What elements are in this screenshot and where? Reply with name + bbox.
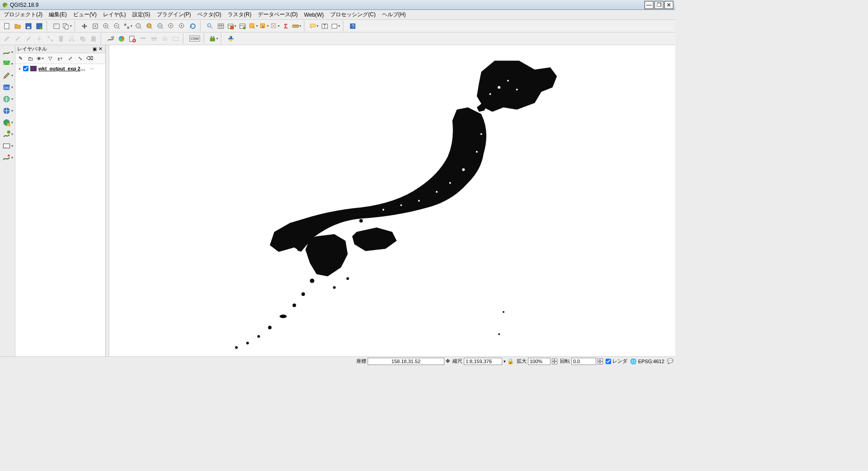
zoom-in-button[interactable] xyxy=(101,21,111,31)
magnify-spinner[interactable]: ▴▾ xyxy=(552,358,557,365)
menu-settings[interactable]: 設定(S) xyxy=(130,10,153,19)
messages-icon[interactable]: 💬 xyxy=(667,358,673,364)
add-wcs-layer-icon[interactable] xyxy=(2,106,14,115)
menu-plugin[interactable]: プラグイン(P) xyxy=(154,10,194,19)
layer-style-button[interactable]: ✎ xyxy=(16,55,24,63)
zoom-to-selection-button[interactable] xyxy=(145,21,154,31)
add-raster-layer-button[interactable] xyxy=(117,34,126,44)
python-console-button[interactable] xyxy=(226,34,236,44)
delete-selected-button[interactable] xyxy=(56,34,66,44)
add-wfs-layer-icon[interactable] xyxy=(2,117,14,127)
scale-dropdown-icon[interactable]: ▾ xyxy=(504,359,506,364)
annotation-dropdown-button[interactable] xyxy=(331,21,341,31)
add-virtual-layer-icon[interactable]: , xyxy=(2,141,14,151)
layer-collapse-button[interactable]: ⤡ xyxy=(76,55,84,63)
statistical-summary-button[interactable]: Σ xyxy=(281,21,291,31)
status-crs[interactable]: 🌐 EPSG:4612 xyxy=(630,358,664,365)
select-features-button[interactable] xyxy=(248,21,258,31)
add-vector-layer-icon[interactable] xyxy=(2,47,14,57)
minimize-button[interactable]: — xyxy=(644,1,653,9)
plugin-button[interactable] xyxy=(209,34,219,44)
map-tips-button[interactable] xyxy=(309,21,319,31)
layer-panel-close-icon[interactable]: ✕ xyxy=(98,46,103,52)
add-delimited-text-icon[interactable] xyxy=(2,70,14,80)
remove-layer-button[interactable] xyxy=(138,34,148,44)
layer-item-more-icon[interactable]: ⋯ xyxy=(90,66,94,71)
copy-features-button[interactable] xyxy=(78,34,88,44)
layer-visibility-button[interactable] xyxy=(160,34,170,44)
pan-button[interactable] xyxy=(79,21,89,31)
rotation-spinner[interactable]: ▴▾ xyxy=(597,358,603,365)
refresh-button[interactable] xyxy=(188,21,198,31)
menu-project[interactable]: プロジェクト(J) xyxy=(1,10,45,19)
menu-database[interactable]: データベース(D) xyxy=(255,10,301,19)
composer-manager-button[interactable] xyxy=(62,21,72,31)
add-vector-layer-button[interactable]: abc xyxy=(106,34,116,44)
layer-remove-button[interactable]: ⌫ xyxy=(86,55,94,63)
open-attribute-table-button[interactable] xyxy=(216,21,226,31)
menu-layer[interactable]: レイヤ(L) xyxy=(100,10,129,19)
layer-tree[interactable]: ▸ wkt_output_exp 2015 … ⋯ xyxy=(15,64,105,356)
add-raster-layer-icon[interactable] xyxy=(2,59,14,69)
zoom-full-button[interactable] xyxy=(134,21,144,31)
save-as-button[interactable] xyxy=(34,21,44,31)
layer-panel-float-icon[interactable]: ▣ xyxy=(92,46,98,51)
magnify-input[interactable] xyxy=(528,358,551,365)
add-feature-button[interactable] xyxy=(23,34,33,44)
attribute-table-conditional-button[interactable] xyxy=(238,21,247,31)
menu-view[interactable]: ビュー(V) xyxy=(70,10,99,19)
scale-input[interactable] xyxy=(464,358,502,365)
scale-lock-icon[interactable]: 🔒 xyxy=(507,358,514,365)
menu-vector[interactable]: ベクタ(O) xyxy=(195,10,224,19)
toggle-editing-button[interactable] xyxy=(2,34,12,44)
layer-add-group-button[interactable]: 🗀 xyxy=(26,55,34,63)
save-project-button[interactable] xyxy=(23,21,33,31)
move-feature-button[interactable] xyxy=(34,34,44,44)
node-tool-button[interactable] xyxy=(45,34,55,44)
cut-features-button[interactable] xyxy=(67,34,77,44)
layer-visibility-toggle[interactable]: 👁 xyxy=(36,55,44,63)
measure-button[interactable] xyxy=(292,21,302,31)
layer-checkbox[interactable] xyxy=(23,66,28,71)
open-field-calc-button[interactable] xyxy=(227,21,237,31)
layer-labeling-button[interactable] xyxy=(171,34,181,44)
rotation-input[interactable] xyxy=(571,358,596,365)
pan-to-selection-button[interactable] xyxy=(90,21,100,31)
new-shapefile-layer-button[interactable] xyxy=(127,34,137,44)
maximize-button[interactable]: ❐ xyxy=(654,1,663,9)
map-canvas[interactable] xyxy=(109,45,675,356)
zoom-last-button[interactable] xyxy=(166,21,176,31)
layer-expression-button[interactable]: ε xyxy=(56,55,64,63)
coord-extents-icon[interactable]: ✥ xyxy=(446,358,450,364)
menu-edit[interactable]: 編集(E) xyxy=(46,10,70,19)
duplicate-layer-button[interactable] xyxy=(149,34,159,44)
new-project-button[interactable] xyxy=(2,21,12,31)
deselect-button[interactable] xyxy=(270,21,280,31)
zoom-next-button[interactable] xyxy=(177,21,187,31)
menu-raster[interactable]: ラスタ(R) xyxy=(225,10,254,19)
menu-processing[interactable]: プロセッシング(C) xyxy=(327,10,378,19)
close-button[interactable]: ✕ xyxy=(664,1,673,9)
open-project-button[interactable] xyxy=(13,21,23,31)
render-checkbox[interactable] xyxy=(606,359,611,364)
paste-features-button[interactable] xyxy=(89,34,98,44)
zoom-out-button[interactable] xyxy=(112,21,122,31)
layer-filter-button[interactable]: ▽ xyxy=(46,55,54,63)
add-gps-layer-icon[interactable] xyxy=(2,152,14,162)
add-db2-layer-icon[interactable]: DB2 xyxy=(2,82,14,92)
menu-web[interactable]: Web(W) xyxy=(301,11,327,19)
layer-toggle-icon[interactable]: ▸ xyxy=(19,66,21,71)
crs-icon[interactable]: 🌐 xyxy=(630,358,637,365)
save-edits-button[interactable] xyxy=(13,34,23,44)
add-wms-layer-icon[interactable] xyxy=(2,94,14,104)
panel-splitter[interactable] xyxy=(106,45,109,356)
text-annotation-button[interactable]: T xyxy=(320,21,330,31)
add-spatialite-layer-icon[interactable] xyxy=(2,129,14,139)
print-composer-button[interactable] xyxy=(51,21,61,31)
csw-button[interactable]: CSW xyxy=(188,34,201,44)
identify-button[interactable]: i xyxy=(205,21,215,31)
status-messages[interactable]: 💬 xyxy=(667,358,673,364)
layer-item[interactable]: ▸ wkt_output_exp 2015 … ⋯ xyxy=(17,66,103,71)
select-by-expression-button[interactable]: ε xyxy=(259,21,269,31)
coord-input[interactable] xyxy=(368,358,444,365)
